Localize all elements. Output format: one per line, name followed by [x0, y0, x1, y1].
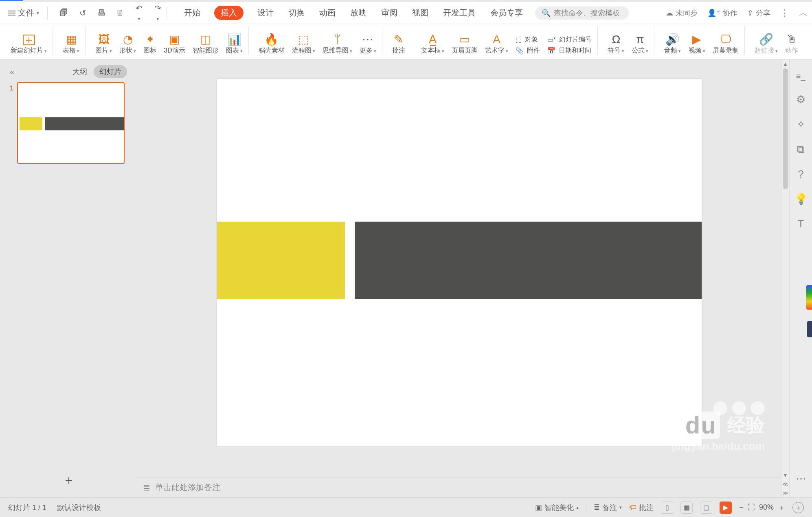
- redo-button[interactable]: ↷ ▾: [153, 3, 162, 22]
- textbox-button[interactable]: A̲文本框: [421, 34, 444, 55]
- slideshow-button[interactable]: ▶: [720, 502, 732, 514]
- symbol-button[interactable]: Ω符号: [608, 34, 624, 55]
- print-preview-icon[interactable]: 🗎: [115, 8, 125, 18]
- search-placeholder: 查找命令、搜索模板: [554, 8, 620, 18]
- icon-button[interactable]: ✦图标: [143, 34, 156, 55]
- vertical-dark-badge[interactable]: [807, 321, 812, 337]
- 3d-button[interactable]: ▣3D演示: [164, 34, 185, 55]
- picture-button[interactable]: 🖼图片: [95, 34, 112, 55]
- notes-pane[interactable]: ≣ 单击此处添加备注: [138, 477, 781, 497]
- slide-editor[interactable]: Baidu 经验 jingyan.baidu.com: [138, 59, 781, 477]
- tab-animation[interactable]: 动画: [318, 5, 336, 21]
- prev-slide-icon[interactable]: ≪: [781, 480, 789, 488]
- more-menu-icon[interactable]: ⋮: [780, 8, 789, 18]
- formula-button[interactable]: π公式: [632, 34, 648, 55]
- headerfooter-button[interactable]: ▭页眉页脚: [452, 34, 478, 55]
- attach-button[interactable]: 📎附件: [516, 46, 540, 55]
- headerfooter-icon: ▭: [459, 34, 470, 45]
- print-icon[interactable]: 🖶: [97, 8, 106, 18]
- new-slide-button[interactable]: ＋ 新建幻灯片: [11, 35, 47, 55]
- text-t-icon[interactable]: T: [798, 218, 804, 230]
- undo-button[interactable]: ↶ ▾: [134, 3, 144, 22]
- flowchart-button[interactable]: ⬚流程图: [292, 34, 315, 55]
- mindmap-button[interactable]: ᛘ思维导图: [323, 34, 352, 55]
- headerfooter-label: 页眉页脚: [452, 46, 478, 55]
- wordart-button[interactable]: A艺术字: [485, 34, 508, 55]
- new-slide-label: 新建幻灯片: [11, 46, 47, 55]
- tab-member[interactable]: 会员专享: [489, 5, 524, 21]
- hyperlink-label: 超链接: [755, 46, 778, 55]
- tab-start[interactable]: 开始: [183, 5, 201, 21]
- open-icon[interactable]: ↺: [78, 8, 88, 18]
- scroll-down-icon[interactable]: ▼: [781, 471, 789, 480]
- file-menu-button[interactable]: 文件 ▾: [4, 5, 43, 21]
- comments-label: 批注: [639, 503, 654, 513]
- object-button[interactable]: ⬚对象: [516, 35, 540, 44]
- slide-canvas[interactable]: [217, 79, 702, 446]
- save-icon[interactable]: 🗐: [59, 8, 69, 18]
- scroll-track[interactable]: [781, 68, 789, 471]
- outline-tab[interactable]: 大纲: [72, 67, 87, 77]
- collapse-ribbon-icon[interactable]: ︿: [799, 7, 808, 19]
- vertical-scrollbar[interactable]: ▲ ▼ ≪ ≫: [781, 59, 789, 497]
- docer-label: 稻壳素材: [259, 46, 285, 55]
- fit-icon[interactable]: ⛶: [748, 503, 755, 512]
- smartart-button[interactable]: ◫智能图形: [193, 34, 219, 55]
- scroll-up-icon[interactable]: ▲: [781, 59, 789, 68]
- slide-thumbnail-1[interactable]: [17, 82, 125, 164]
- notes-toggle[interactable]: ≣备注▾: [594, 503, 622, 513]
- sliders-lines-icon[interactable]: ≡⎯: [796, 72, 806, 81]
- next-slide-icon[interactable]: ≫: [781, 488, 789, 497]
- zoom-in-icon[interactable]: ＋: [778, 503, 785, 513]
- action-button: 🖱动作: [785, 34, 798, 55]
- help-icon[interactable]: ?: [798, 168, 803, 180]
- chart-button[interactable]: 📊图表: [226, 34, 243, 55]
- tab-slideshow[interactable]: 放映: [349, 5, 367, 21]
- audio-button[interactable]: 🔊音频: [664, 34, 681, 55]
- tab-devtools[interactable]: 开发工具: [442, 5, 476, 21]
- tab-view[interactable]: 视图: [411, 5, 429, 21]
- zoom-out-icon[interactable]: −: [739, 503, 744, 512]
- add-slide-button[interactable]: ＋: [0, 463, 138, 497]
- collab-button[interactable]: 👤⁺协作: [707, 8, 737, 18]
- cloud-icon: ☁: [666, 9, 673, 18]
- comment-button[interactable]: ✎批注: [392, 34, 405, 55]
- yellow-rectangle-shape[interactable]: [217, 222, 345, 299]
- tab-design[interactable]: 设计: [257, 5, 274, 21]
- collapse-panel-icon[interactable]: «: [4, 67, 14, 77]
- displays-icon[interactable]: ⧉: [797, 143, 805, 156]
- sparkle-icon[interactable]: ✧: [797, 118, 805, 131]
- add-pane-button[interactable]: ＋: [792, 502, 804, 513]
- scroll-thumb[interactable]: [783, 68, 788, 189]
- unsynced-button[interactable]: ☁未同步: [666, 8, 698, 18]
- screenrec-button[interactable]: 🖵屏幕录制: [713, 34, 739, 55]
- tab-transition[interactable]: 切换: [287, 5, 305, 21]
- table-button[interactable]: ▦表格: [63, 34, 79, 55]
- datetime-button[interactable]: 📅日期和时间: [547, 46, 592, 55]
- more-button[interactable]: ⋯更多: [360, 34, 376, 55]
- settings-sliders-icon[interactable]: ⚙: [796, 93, 805, 106]
- table-label: 表格: [63, 46, 79, 55]
- lightbulb-icon[interactable]: 💡: [794, 193, 808, 205]
- gray-rectangle-shape[interactable]: [355, 222, 702, 299]
- comments-toggle[interactable]: 🏷批注: [629, 503, 654, 513]
- 3d-label: 3D演示: [164, 46, 185, 55]
- slidenum-button[interactable]: ▭*幻灯片编号: [547, 35, 592, 44]
- sidebar-dots-icon[interactable]: ⋯: [796, 473, 806, 485]
- command-search[interactable]: 🔍 查找命令、搜索模板: [535, 7, 629, 20]
- tab-review[interactable]: 审阅: [380, 5, 398, 21]
- thumb-yellow-rect: [20, 117, 42, 130]
- normal-view-button[interactable]: ▯: [661, 502, 673, 514]
- sorter-view-button[interactable]: ▦: [680, 502, 693, 514]
- shape-button[interactable]: ◔形状: [119, 34, 136, 55]
- slides-tab[interactable]: 幻灯片: [94, 65, 127, 78]
- docer-button[interactable]: 🔥稻壳素材: [259, 34, 285, 55]
- video-button[interactable]: ▶视频: [689, 34, 705, 55]
- tab-insert[interactable]: 插入: [214, 6, 244, 20]
- beautify-button[interactable]: ▣智能美化▴: [535, 503, 579, 513]
- reading-view-button[interactable]: ▢: [700, 502, 712, 514]
- zoom-value[interactable]: 90%: [759, 503, 774, 512]
- picture-label: 图片: [95, 46, 112, 55]
- share-button[interactable]: ⇪分享: [747, 8, 770, 18]
- vertical-color-badge[interactable]: [806, 285, 812, 310]
